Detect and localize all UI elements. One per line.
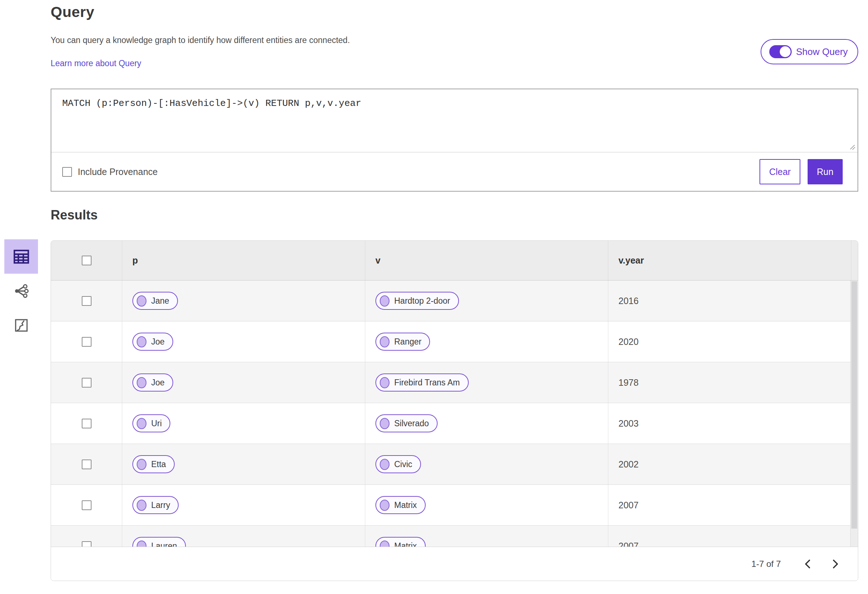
node-dot-icon	[137, 500, 146, 511]
results-table: p v v.year Jane Hardtop 2-door 2016	[51, 240, 858, 581]
query-panel-footer: Include Provenance Clear Run	[52, 152, 858, 191]
row-checkbox-cell	[51, 526, 122, 547]
clear-button[interactable]: Clear	[760, 159, 800, 184]
header-checkbox-cell	[51, 241, 122, 280]
vehicle-node-label: Firebird Trans Am	[394, 378, 460, 388]
table-body-rows: Jane Hardtop 2-door 2016 Joe Ranger 2	[51, 280, 851, 547]
row-checkbox[interactable]	[82, 296, 92, 306]
person-node-label: Joe	[151, 378, 165, 388]
resize-handle-icon[interactable]	[849, 143, 856, 151]
learn-more-link[interactable]: Learn more about Query	[51, 59, 142, 68]
vehicle-node-label: Matrix	[394, 541, 417, 547]
person-node-label: Jane	[151, 296, 169, 306]
vehicle-node-pill[interactable]: Ranger	[375, 333, 430, 351]
vehicle-node-pill[interactable]: Hardtop 2-door	[375, 292, 459, 310]
cell-v: Hardtop 2-door	[365, 280, 608, 321]
vehicle-node-label: Ranger	[394, 337, 421, 347]
person-node-pill[interactable]: Jane	[132, 292, 178, 310]
person-node-label: Larry	[151, 500, 170, 510]
node-dot-icon	[380, 459, 390, 470]
cell-vyear: 2002	[608, 444, 851, 485]
node-dot-icon	[380, 541, 390, 547]
toggle-switch-icon[interactable]	[769, 45, 792, 58]
person-node-label: Lauren	[151, 541, 177, 547]
column-header-vyear: v.year	[608, 241, 851, 280]
row-checkbox-cell	[51, 280, 122, 321]
next-page-button[interactable]	[828, 556, 843, 572]
query-action-buttons: Clear Run	[760, 159, 843, 184]
chevron-right-icon	[832, 559, 839, 569]
include-provenance-option[interactable]: Include Provenance	[62, 167, 158, 177]
row-checkbox[interactable]	[82, 337, 92, 347]
table-view-button[interactable]	[4, 239, 38, 274]
node-dot-icon	[137, 295, 146, 307]
table-row: Uri Silverado 2003	[51, 403, 851, 444]
table-header-row: p v v.year	[51, 241, 858, 280]
row-checkbox[interactable]	[82, 460, 92, 469]
node-dot-icon	[137, 418, 146, 429]
query-editor-panel: MATCH (p:Person)-[:HasVehicle]->(v) RETU…	[51, 88, 858, 192]
query-textarea[interactable]: MATCH (p:Person)-[:HasVehicle]->(v) RETU…	[52, 89, 858, 153]
vehicle-node-label: Silverado	[394, 419, 429, 428]
vehicle-node-pill[interactable]: Matrix	[375, 496, 426, 514]
cell-p: Jane	[122, 280, 365, 321]
header-scrollbar-spacer	[851, 241, 858, 280]
cell-v: Firebird Trans Am	[365, 362, 608, 403]
table-row: Lauren Matrix 2007	[51, 526, 851, 547]
row-checkbox[interactable]	[82, 541, 92, 547]
table-row: Etta Civic 2002	[51, 444, 851, 485]
person-node-pill[interactable]: Larry	[132, 496, 179, 514]
vertical-scrollbar[interactable]	[850, 280, 858, 547]
vehicle-node-pill[interactable]: Firebird Trans Am	[375, 373, 469, 392]
select-all-checkbox[interactable]	[82, 256, 92, 265]
cell-v: Matrix	[365, 526, 608, 547]
row-checkbox[interactable]	[82, 378, 92, 388]
vehicle-node-pill[interactable]: Civic	[375, 455, 421, 473]
person-node-label: Etta	[151, 460, 166, 469]
table-pagination-bar: 1-7 of 7	[51, 547, 858, 581]
cell-vyear: 2016	[608, 280, 851, 321]
scrollbar-thumb[interactable]	[851, 281, 857, 529]
person-node-label: Joe	[151, 337, 165, 347]
include-provenance-checkbox[interactable]	[62, 167, 72, 177]
previous-page-button[interactable]	[800, 556, 816, 572]
column-header-v: v	[365, 241, 608, 280]
table-row: Joe Ranger 2020	[51, 321, 851, 362]
query-page: Query You can query a knowledge graph to…	[0, 0, 868, 594]
table-icon	[13, 249, 29, 264]
graph-view-button[interactable]	[4, 274, 38, 308]
view-switcher	[4, 239, 38, 342]
table-row: Jane Hardtop 2-door 2016	[51, 280, 851, 321]
cell-p: Joe	[122, 321, 365, 362]
person-node-pill[interactable]: Lauren	[132, 537, 186, 547]
vehicle-node-label: Civic	[394, 460, 412, 469]
pagination-range-label: 1-7 of 7	[751, 559, 781, 569]
node-dot-icon	[380, 336, 390, 348]
node-dot-icon	[137, 541, 146, 547]
chevron-left-icon	[804, 559, 811, 569]
cell-vyear: 2003	[608, 403, 851, 444]
person-node-pill[interactable]: Joe	[132, 373, 173, 392]
person-node-pill[interactable]: Etta	[132, 455, 175, 473]
person-node-pill[interactable]: Uri	[132, 414, 170, 432]
vehicle-node-pill[interactable]: Matrix	[375, 537, 426, 547]
node-dot-icon	[380, 377, 390, 388]
cell-p: Etta	[122, 444, 365, 485]
node-dot-icon	[380, 500, 390, 511]
run-button[interactable]: Run	[807, 159, 843, 184]
person-node-pill[interactable]: Joe	[132, 333, 173, 351]
row-checkbox[interactable]	[82, 500, 92, 510]
map-view-button[interactable]	[4, 308, 38, 342]
row-checkbox[interactable]	[82, 419, 92, 428]
cell-p: Lauren	[122, 526, 365, 547]
person-node-label: Uri	[151, 419, 162, 428]
cell-vyear: 2007	[608, 485, 851, 525]
cell-v: Matrix	[365, 485, 608, 525]
show-query-toggle[interactable]: Show Query	[760, 39, 858, 64]
row-checkbox-cell	[51, 362, 122, 403]
graph-icon	[13, 283, 30, 299]
include-provenance-label: Include Provenance	[78, 167, 158, 177]
vehicle-node-pill[interactable]: Silverado	[375, 414, 438, 432]
cell-p: Joe	[122, 362, 365, 403]
node-dot-icon	[137, 336, 146, 348]
